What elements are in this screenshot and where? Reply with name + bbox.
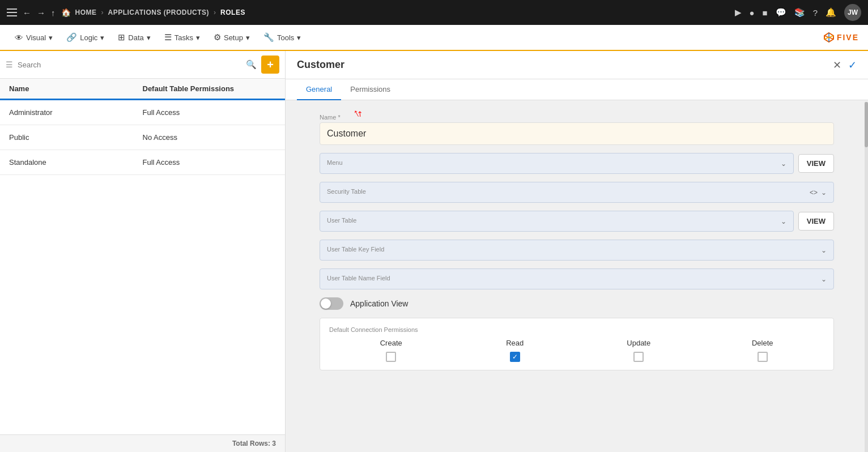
- visual-label: Visual: [26, 33, 46, 42]
- search-magnifier-icon[interactable]: 🔍: [246, 59, 257, 70]
- security-table-field: Security Table <> ⌄: [320, 182, 834, 203]
- tasks-icon: ☰: [164, 32, 172, 42]
- security-table-select[interactable]: Security Table <> ⌄: [320, 182, 834, 203]
- table-rows: Administrator Full Access Public No Acce…: [0, 100, 285, 434]
- col-name-header: Name: [9, 84, 143, 93]
- row-perm-1: No Access: [143, 133, 276, 142]
- code-icon: <>: [810, 189, 818, 197]
- check-icon[interactable]: ✓: [848, 59, 857, 71]
- perm-update-checkbox[interactable]: [633, 352, 644, 362]
- data-label: Data: [128, 33, 143, 42]
- user-table-name-label: User Table Name Field: [327, 275, 390, 282]
- tasks-button[interactable]: ☰ Tasks ▾: [159, 29, 206, 46]
- row-perm-0: Full Access: [143, 108, 276, 117]
- back-button[interactable]: ←: [23, 8, 31, 18]
- perm-delete-label: Delete: [752, 339, 773, 347]
- help-icon[interactable]: ?: [813, 8, 818, 18]
- user-table-select[interactable]: User Table ⌄: [320, 211, 794, 232]
- user-table-name-select[interactable]: User Table Name Field ⌄: [320, 268, 834, 289]
- breadcrumb-roles[interactable]: ROLES: [220, 8, 245, 16]
- search-input[interactable]: [18, 61, 241, 69]
- play-icon[interactable]: ▶: [735, 7, 742, 18]
- name-field-label: Name *: [320, 114, 834, 121]
- table-row[interactable]: Standalone Full Access: [0, 150, 285, 175]
- up-button[interactable]: ↑: [51, 8, 56, 18]
- chat-icon[interactable]: 💬: [776, 7, 786, 18]
- perm-create-checkbox[interactable]: [386, 352, 396, 362]
- logic-label: Logic: [80, 33, 97, 42]
- breadcrumb-arrow-1: ›: [101, 8, 104, 16]
- tabs: General Permissions: [286, 79, 868, 100]
- top-nav: ← → ↑ 🏠 HOME › APPLICATIONS (PRODUCTS) ›…: [0, 0, 868, 25]
- perm-col-delete: Delete: [701, 339, 825, 362]
- table-footer: Total Rows: 3: [0, 434, 285, 452]
- search-icon[interactable]: ●: [750, 8, 755, 18]
- user-table-key-select[interactable]: User Table Key Field ⌄: [320, 240, 834, 261]
- tools-icon: 🔧: [263, 32, 274, 42]
- close-icon[interactable]: ✕: [833, 59, 841, 71]
- visual-button[interactable]: 👁 Visual ▾: [9, 29, 58, 46]
- tools-button[interactable]: 🔧 Tools ▾: [258, 29, 307, 46]
- data-button[interactable]: ⊞ Data ▾: [112, 29, 156, 46]
- tools-arrow: ▾: [297, 33, 301, 42]
- chevron-down-icon-4: ⌄: [821, 246, 827, 254]
- breadcrumb-applications[interactable]: APPLICATIONS (PRODUCTS): [108, 8, 210, 16]
- add-button[interactable]: +: [261, 56, 279, 74]
- tasks-label: Tasks: [175, 33, 193, 42]
- user-table-field: User Table ⌄ VIEW: [320, 211, 834, 232]
- perm-update-label: Update: [627, 339, 650, 347]
- tab-general[interactable]: General: [297, 79, 341, 100]
- name-field: Name *: [320, 114, 834, 145]
- forward-button[interactable]: →: [37, 8, 45, 18]
- scrollbar-track[interactable]: [865, 102, 868, 452]
- books-icon[interactable]: 📚: [794, 7, 805, 18]
- user-table-view-button[interactable]: VIEW: [798, 212, 834, 231]
- logic-button[interactable]: 🔗 Logic ▾: [61, 29, 110, 46]
- filter-icon: ☰: [6, 60, 13, 69]
- perm-delete-checkbox[interactable]: [758, 352, 768, 362]
- menu-select[interactable]: Menu ⌄: [320, 153, 794, 174]
- table-header: Name Default Table Permissions: [0, 79, 285, 100]
- five-text: FIVE: [837, 33, 859, 42]
- user-table-label: User Table: [327, 217, 356, 224]
- bell-icon[interactable]: 🔔: [826, 7, 836, 18]
- stop-icon[interactable]: ■: [763, 8, 768, 18]
- name-input[interactable]: [320, 122, 834, 145]
- data-icon: ⊞: [118, 32, 125, 42]
- breadcrumb-home[interactable]: HOME: [75, 8, 97, 16]
- scrollbar-thumb: [865, 102, 868, 147]
- perm-read-checkbox[interactable]: [510, 352, 520, 362]
- user-table-key-field: User Table Key Field ⌄: [320, 240, 834, 261]
- chevron-down-icon-5: ⌄: [821, 275, 827, 283]
- toggle-knob: [321, 299, 331, 309]
- col-perm-header: Default Table Permissions: [143, 84, 276, 93]
- perm-col-read: Read: [453, 339, 577, 362]
- permissions-columns: Create Read Update Delete: [329, 339, 824, 362]
- logic-arrow: ▾: [100, 33, 104, 42]
- perm-read-label: Read: [506, 339, 524, 347]
- table-row[interactable]: Administrator Full Access: [0, 100, 285, 125]
- logic-icon: 🔗: [66, 32, 77, 42]
- permissions-title: Default Connection Permissions: [329, 326, 824, 333]
- user-table-name-field: User Table Name Field ⌄: [320, 268, 834, 289]
- tasks-arrow: ▾: [196, 33, 200, 42]
- form-content: Name * Menu ⌄ VIEW: [286, 100, 868, 452]
- application-view-row: Application View: [320, 297, 834, 310]
- application-view-toggle[interactable]: [320, 297, 343, 310]
- setup-icon: ⚙: [214, 32, 221, 42]
- setup-arrow: ▾: [246, 33, 250, 42]
- row-name-2: Standalone: [9, 158, 143, 167]
- row-name-0: Administrator: [9, 108, 143, 117]
- avatar[interactable]: JW: [844, 4, 861, 21]
- menu-view-button[interactable]: VIEW: [798, 154, 834, 173]
- hamburger-menu[interactable]: [7, 8, 17, 16]
- data-arrow: ▾: [147, 33, 151, 42]
- breadcrumb: 🏠 HOME › APPLICATIONS (PRODUCTS) › ROLES: [61, 8, 245, 17]
- perm-col-create: Create: [329, 339, 453, 362]
- table-row[interactable]: Public No Access: [0, 125, 285, 150]
- tab-permissions[interactable]: Permissions: [341, 79, 399, 100]
- right-panel: Customer ✕ ✓ General Permissions ↑ ↗ Nam…: [286, 51, 868, 452]
- chevron-down-icon-3: ⌄: [781, 218, 786, 225]
- five-logo: FIVE: [823, 32, 859, 43]
- setup-button[interactable]: ⚙ Setup ▾: [208, 29, 256, 46]
